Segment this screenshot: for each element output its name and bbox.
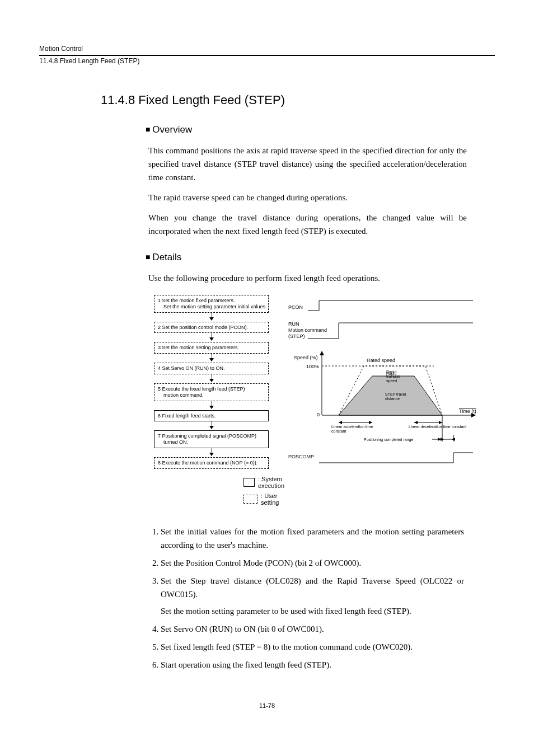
legend-user-label: : User setting: [261, 492, 285, 506]
flow-step-7a-text: 7 Positioning completed signal (POSCOMP): [158, 433, 256, 439]
procedure-diagram: 1 Set the motion fixed parameters. Set t…: [154, 295, 464, 509]
overview-p3: When you change the travel distance duri…: [148, 211, 467, 238]
flow-arrow: [154, 313, 269, 322]
flow-arrow: [154, 421, 269, 430]
flow-step-1: 1 Set the motion fixed parameters. Set t…: [154, 295, 269, 313]
svg-marker-11: [439, 421, 442, 424]
section-title: 11.4.8 Fixed Length Feed (STEP): [101, 93, 495, 107]
list-item: Set Servo ON (RUN) to ON (bit 0 of OWC00…: [161, 622, 464, 636]
svg-marker-8: [369, 421, 372, 424]
flow-step-5a-text: 5 Execute the fixed length feed (STEP): [158, 386, 245, 392]
flow-step-4: 4 Set Servo ON (RUN) to ON.: [154, 363, 269, 374]
flow-step-3: 3 Set the motion setting parameters.: [154, 342, 269, 354]
header-section: 11.4.8 Fixed Length Feed (STEP): [39, 55, 495, 65]
overview-p2: The rapid traverse speed can be changed …: [148, 191, 467, 204]
step-label: (STEP): [288, 334, 305, 339]
motion-command-label: Motion command: [288, 327, 327, 333]
flow-step-7: 7 Positioning completed signal (POSCOMP)…: [154, 430, 269, 448]
list-item: Start operation using the fixed length f…: [161, 658, 464, 672]
page-number: 11-78: [39, 702, 495, 709]
timing-chart: PCON RUN Motion command (STEP) Speed (%)…: [285, 295, 493, 509]
speed-label: Speed (%): [294, 355, 318, 360]
list-item: Set the Step travel distance (OLC028) an…: [161, 574, 464, 618]
pcon-label: PCON: [288, 304, 303, 310]
flow-arrow: [154, 448, 269, 457]
legend-system-box: [243, 478, 255, 487]
flow-step-6: 6 Fixed length feed starts.: [154, 410, 269, 422]
lin-decel-label: Linear deceleration time constant: [409, 425, 466, 429]
pos-range-label: Positioning completed range: [364, 438, 413, 442]
flow-step-5b-text: motion command.: [158, 392, 204, 398]
list-item-5-text: Set fixed length feed (STEP = 8) to the …: [161, 642, 413, 651]
zero-label: 0: [317, 412, 320, 417]
list-item-2-text: Set the Position Control Mode (PCON) (bi…: [161, 558, 361, 567]
list-item: Set fixed length feed (STEP = 8) to the …: [161, 640, 464, 654]
list-item-3b-text: Set the motion setting parameter to be u…: [161, 604, 464, 618]
poscomp-label: POSCOMP: [288, 454, 314, 459]
flow-arrow: [154, 401, 269, 410]
timing-svg: PCON RUN Motion command (STEP) Speed (%)…: [285, 295, 493, 480]
details-intro: Use the following procedure to perform f…: [148, 271, 467, 285]
legend-user-box: [243, 495, 257, 504]
list-item: Set the initial values for the motion fi…: [161, 525, 464, 552]
header-chapter: Motion Control: [39, 45, 495, 53]
lin-accel-label: Linear acceleration time constant: [331, 425, 374, 433]
list-item-6-text: Start operation using the fixed length f…: [161, 660, 331, 669]
flow-column: 1 Set the motion fixed parameters. Set t…: [154, 295, 285, 509]
flow-arrow: [154, 333, 269, 342]
flow-step-1b-text: Set the motion setting parameter initial…: [158, 304, 267, 309]
list-item-4-text: Set Servo ON (RUN) to ON (bit 0 of OWC00…: [161, 624, 324, 633]
svg-marker-10: [414, 421, 418, 424]
details-heading: Details: [146, 252, 495, 263]
flow-step-7b-text: turned ON.: [158, 439, 188, 445]
svg-marker-7: [339, 421, 342, 424]
hundred-label: 100%: [306, 364, 319, 369]
flow-step-8: 8 Execute the motion command (NOP (= 0))…: [154, 457, 269, 469]
flow-step-1a-text: 1 Set the motion fixed parameters.: [158, 298, 235, 303]
list-item-3-text: Set the Step travel distance (OLC028) an…: [161, 576, 464, 599]
flow-step-5: 5 Execute the fixed length feed (STEP) m…: [154, 383, 269, 401]
overview-heading: Overview: [146, 124, 495, 135]
flow-arrow: [154, 374, 269, 383]
svg-marker-1: [320, 351, 324, 355]
list-item-1-text: Set the initial values for the motion fi…: [161, 527, 464, 550]
flow-arrow: [154, 354, 269, 363]
legend: : System execution : User setting: [243, 476, 285, 506]
flow-step-2: 2 Set the position control mode (PCON).: [154, 322, 269, 334]
list-item: Set the Position Control Mode (PCON) (bi…: [161, 556, 464, 570]
legend-system-label: : System execution: [258, 476, 285, 489]
time-label: Time (t): [459, 408, 476, 414]
overview-p1: This command positions the axis at rapid…: [148, 144, 467, 184]
run-label: RUN: [288, 321, 299, 327]
rated-speed-label: Rated speed: [367, 358, 395, 363]
procedure-list: Set the initial values for the motion fi…: [148, 525, 464, 672]
